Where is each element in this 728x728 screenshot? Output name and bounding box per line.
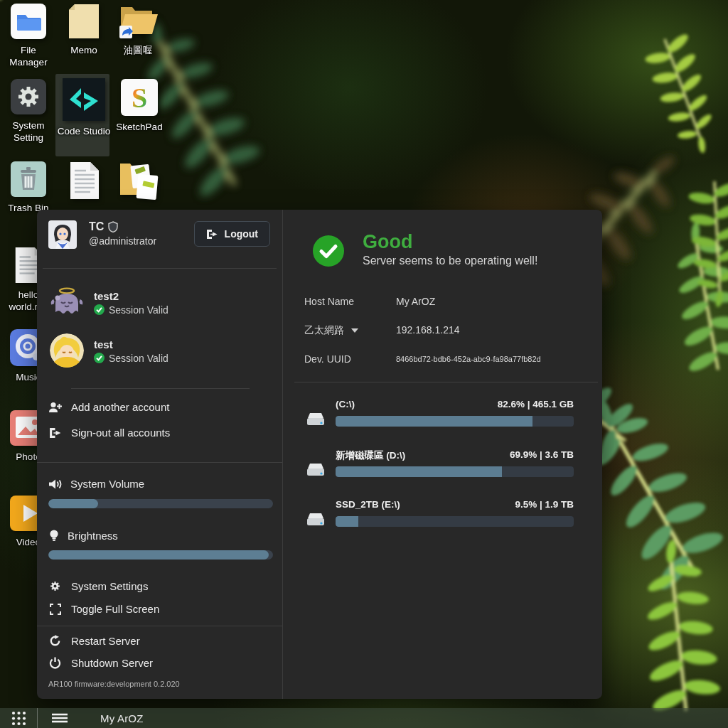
signout-all-button[interactable]: Sign-out all accounts [48,427,170,439]
shutdown-server-button[interactable]: Shutdown Server [48,657,153,669]
ip-address-value: 192.168.1.214 [396,324,460,336]
account-status: Session Valid [94,353,168,364]
restart-icon [48,635,62,647]
power-icon [48,657,62,669]
current-user-avatar[interactable] [48,220,77,249]
disk-usage: 69.9% | 3.6 TB [510,449,574,460]
disk-usage: 9.5% | 1.9 TB [515,499,574,510]
desktop-icon-label: Memo [70,44,97,56]
grid-icon [11,710,27,727]
system-volume-label: System Volume [48,478,144,490]
user-status-panel: TC @administrator Logout [37,210,602,699]
status-check-icon [313,235,344,267]
desktop-icon-sketchpad[interactable]: S SketchPad [112,78,166,133]
divider [43,268,277,269]
desktop-icon-label: SketchPad [116,121,162,133]
uuid-label: Dev. UUID [304,353,351,365]
volume-icon [48,478,63,490]
memo-icon [66,3,102,40]
network-interface-dropdown[interactable]: 乙太網路 [304,324,358,337]
system-setting-icon [10,78,47,115]
hdd-icon [305,461,326,478]
gear-icon [48,580,62,592]
shield-icon [108,221,118,232]
disk-usage-fill [336,466,502,477]
file-manager-icon [10,3,47,40]
hdd-icon [305,511,326,528]
folder-shortcut-icon [117,1,159,40]
account-avatar-test2 [50,285,84,319]
account-pane: TC @administrator Logout [37,210,283,699]
hostname-label: Host Name [304,296,354,307]
restart-server-button[interactable]: Restart Server [48,635,140,647]
system-settings-button[interactable]: System Settings [48,580,148,592]
desktop-icon-label: 油圖喔 [124,44,153,56]
signout-icon [48,427,62,439]
hamburger-icon [52,713,68,723]
code-studio-icon [63,78,105,121]
divider [71,388,250,389]
taskbar-title: My ArOZ [100,712,144,724]
disk-usage-bar [336,466,574,477]
firmware-version: AR100 firmware:development 0.2.020 [48,680,180,688]
desktop-icon-system-setting[interactable]: System Setting [1,78,55,144]
trash-bin-icon [10,161,47,198]
desktop-icon-code-studio[interactable]: Code Studio [57,78,111,137]
logout-button[interactable]: Logout [194,221,270,247]
folder-files-icon [116,159,160,200]
brightness-label: Brightness [48,529,118,542]
divider [294,382,598,382]
add-account-button[interactable]: Add another account [48,401,169,413]
hostname-value: My ArOZ [396,296,435,307]
server-status-pane: Good Server seems to be operating well! … [283,210,602,699]
taskbar: My ArOZ [0,708,728,728]
disk-name: 新增磁碟區 (D:\) [336,449,405,462]
disk-usage-bar [336,516,574,527]
menu-button[interactable] [45,708,75,728]
status-title: Good [363,231,412,253]
disk-usage-fill [336,416,532,427]
desktop-icon-label: System Setting [1,119,55,144]
chevron-down-icon [351,328,358,333]
logout-icon [206,229,218,240]
divider [37,462,282,463]
divider [37,626,282,626]
document-icon [66,161,102,200]
account-avatar-test [50,333,84,368]
disk-usage: 82.6% | 465.1 GB [498,399,574,410]
account-item-test[interactable]: test Session Valid [50,333,168,368]
desktop-icon-file-manager[interactable]: File Manager [1,3,55,68]
status-message: Server seems to be operating well! [363,255,537,267]
desktop-icon-document[interactable] [57,161,111,205]
desktop-icon-memo[interactable]: Memo [57,3,111,56]
check-circle-icon [94,304,105,315]
system-volume-slider[interactable] [48,499,273,508]
check-circle-icon [94,353,105,363]
desktop-icon-trash-bin[interactable]: Trash Bin [1,161,55,214]
disk-usage-fill [336,516,358,527]
bulb-icon [48,529,60,542]
desktop-icon-shortcut-folder[interactable]: 油圖喔 [111,1,165,56]
hdd-icon [305,411,326,428]
svg-text:S: S [132,82,147,114]
brightness-slider[interactable] [48,550,273,560]
user-plus-icon [48,402,62,413]
sketchpad-icon: S [120,78,159,117]
account-name: test2 [94,289,168,303]
account-status: Session Valid [94,304,168,316]
fullscreen-icon [48,604,62,615]
toggle-fullscreen-button[interactable]: Toggle Full Screen [48,603,159,615]
account-item-test2[interactable]: test2 Session Valid [50,285,168,319]
disk-name: SSD_2TB (E:\) [336,499,400,510]
volume-fill [48,499,98,508]
desktop-icon-folder-files[interactable] [111,159,165,205]
account-name: test [94,338,168,351]
uuid-value: 8466bd72-bdb6-452a-abc9-fa98a77fb82d [396,355,541,363]
disk-usage-bar [336,416,574,427]
disk-name: (C:\) [336,399,355,410]
app-launcher-button[interactable] [0,708,37,728]
taskbar-separator [37,708,38,728]
desktop-icon-label: Code Studio [58,125,110,137]
current-user-name: TC [89,220,118,233]
current-user-handle: @administrator [89,235,156,247]
